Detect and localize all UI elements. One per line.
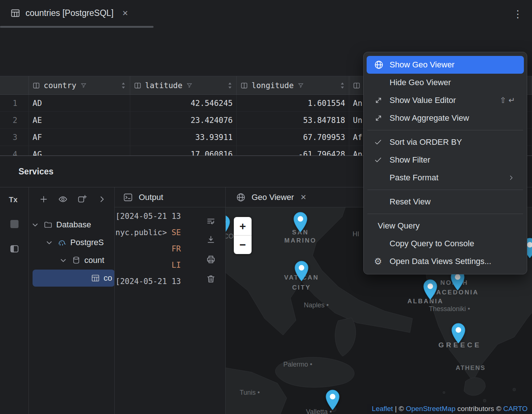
tx-stripe-button[interactable]: Tx — [9, 196, 17, 204]
cell-latitude[interactable]: 17.060816 — [130, 146, 237, 156]
row-number[interactable]: 3 — [0, 129, 29, 146]
column-header-latitude[interactable]: latitude — [130, 76, 237, 94]
tree-item-postgresql[interactable]: PostgreS — [29, 234, 115, 251]
zoom-out-button[interactable]: − — [234, 236, 252, 254]
menu-item-show-geo-viewer[interactable]: Show Geo Viewer — [367, 56, 524, 74]
tab-countries[interactable]: countries [PostgreSQL] × — [7, 0, 132, 26]
clear-trash-button[interactable] — [206, 274, 216, 284]
menu-item-show-aggregate-view[interactable]: Show Aggregate View — [367, 109, 524, 127]
cell-country[interactable]: AF — [29, 129, 130, 146]
column-header-longitude[interactable]: longitude — [237, 76, 349, 94]
print-button[interactable] — [206, 255, 216, 264]
stop-square-icon[interactable] — [10, 220, 18, 228]
column-title: country — [44, 81, 77, 90]
cell-longitude[interactable]: 1.601554 — [237, 95, 349, 111]
expand-icon — [374, 96, 383, 105]
tree-item-countries-db[interactable]: count — [29, 252, 115, 269]
carto-link[interactable]: CARTO — [503, 405, 528, 413]
cell-latitude[interactable]: 42.546245 — [130, 95, 237, 111]
tree-item-database[interactable]: Database — [29, 216, 115, 233]
row-number[interactable]: 1 — [0, 95, 29, 111]
checkmark-icon — [374, 138, 382, 146]
row-number[interactable]: 4 — [0, 146, 29, 156]
tab-scrollbar-thumb[interactable] — [0, 26, 154, 28]
map-pin[interactable] — [293, 260, 310, 281]
openstreetmap-link[interactable]: OpenStreetMap — [406, 405, 455, 413]
cell-country[interactable]: AD — [29, 95, 130, 111]
tab-close-icon[interactable]: × — [122, 8, 128, 18]
menu-item-reset-view[interactable]: Reset View — [367, 193, 524, 211]
menu-item-paste-format[interactable]: Paste Format — [367, 169, 524, 187]
map-label: Naples • — [304, 301, 329, 309]
cell-longitude[interactable]: 53.847818 — [237, 112, 349, 128]
tool-window-layout-icon[interactable] — [10, 244, 19, 254]
scroll-to-end-button[interactable] — [206, 235, 216, 244]
menu-separator — [367, 130, 523, 130]
map-pin[interactable] — [324, 389, 341, 410]
menu-item-sort-via-order-by[interactable]: Sort via ORDER BY — [367, 133, 524, 151]
map-label: HI — [353, 230, 359, 238]
console-line: FR — [115, 241, 201, 257]
expand-icon — [374, 114, 383, 123]
output-tab[interactable]: Output — [115, 187, 225, 207]
chevron-down-icon[interactable] — [32, 221, 38, 228]
preview-eye-button[interactable] — [58, 194, 68, 204]
cell-country[interactable]: AG — [29, 146, 130, 156]
cell-country[interactable]: AE — [29, 112, 130, 128]
tree-item-label: count — [84, 256, 104, 265]
editor-tab-bar: countries [PostgreSQL] × ⋮ — [0, 0, 532, 28]
postgresql-elephant-icon — [58, 238, 67, 247]
chevron-down-icon[interactable] — [46, 239, 53, 246]
menu-separator — [367, 214, 523, 214]
column-icon — [240, 82, 248, 89]
sort-arrows-icon[interactable] — [340, 82, 345, 89]
leaflet-link[interactable]: Leaflet — [372, 405, 393, 413]
gear-settings-context-menu: Show Geo Viewer Hide Geo Viewer Show Val… — [363, 52, 527, 274]
console-line: nyc.public> SE — [115, 224, 201, 241]
console-line: [2024-05-21 13 — [115, 273, 201, 290]
cell-longitude[interactable]: 67.709953 — [237, 129, 349, 146]
expand-chevron-button[interactable] — [97, 194, 107, 204]
row-number[interactable]: 2 — [0, 112, 29, 128]
menu-item-view-query[interactable]: View Query — [367, 217, 524, 235]
sort-arrows-icon[interactable] — [227, 82, 233, 89]
map-pin[interactable] — [292, 211, 309, 233]
console-output-text: [2024-05-21 13nyc.public> SE FR LI[2024-… — [115, 208, 201, 293]
menu-item-show-filter[interactable]: Show Filter — [367, 151, 524, 169]
tree-item-label: Database — [56, 220, 91, 230]
zoom-in-button[interactable]: + — [234, 217, 252, 236]
more-options-icon[interactable]: ⋮ — [513, 8, 523, 20]
column-title: longitude — [252, 81, 294, 90]
menu-item-show-value-editor[interactable]: Show Value Editor ⇧ ↵ — [367, 91, 524, 109]
menu-item-open-data-views-settings[interactable]: ⚙ Open Data Views Settings... — [367, 253, 524, 270]
new-console-button[interactable] — [77, 194, 87, 204]
map-pin[interactable] — [450, 322, 467, 344]
map-pin[interactable] — [226, 214, 231, 236]
tree-item-label: co — [104, 273, 112, 283]
services-title: Services — [18, 167, 54, 177]
add-button[interactable] — [39, 194, 48, 204]
column-title: latitude — [145, 81, 182, 90]
cell-latitude[interactable]: 23.424076 — [130, 112, 237, 128]
column-header-country[interactable]: country — [29, 76, 130, 94]
filter-funnel-icon[interactable] — [80, 82, 87, 89]
grid-corner-cell[interactable] — [0, 76, 29, 94]
filter-funnel-icon[interactable] — [297, 82, 304, 89]
menu-item-copy-query-to-console[interactable]: Copy Query to Console — [367, 235, 524, 253]
menu-separator — [367, 190, 523, 190]
map-pin[interactable] — [422, 278, 438, 300]
cell-longitude[interactable]: -61.796428 — [237, 146, 349, 156]
sort-arrows-icon[interactable] — [121, 82, 126, 89]
menu-item-hide-geo-viewer[interactable]: Hide Geo Viewer — [367, 74, 524, 91]
map-label: Tunis • — [240, 389, 260, 397]
soft-wrap-button[interactable] — [206, 216, 216, 226]
tree-item-countries-table[interactable]: co — [29, 270, 115, 287]
filter-funnel-icon[interactable] — [186, 82, 193, 89]
close-icon[interactable]: × — [301, 191, 306, 203]
table-icon — [91, 274, 100, 283]
console-line: [2024-05-21 13 — [115, 208, 201, 224]
cell-latitude[interactable]: 33.93911 — [130, 129, 237, 146]
map-label: MARINO — [284, 237, 317, 244]
chevron-down-icon[interactable] — [60, 257, 67, 264]
column-icon — [353, 82, 360, 89]
